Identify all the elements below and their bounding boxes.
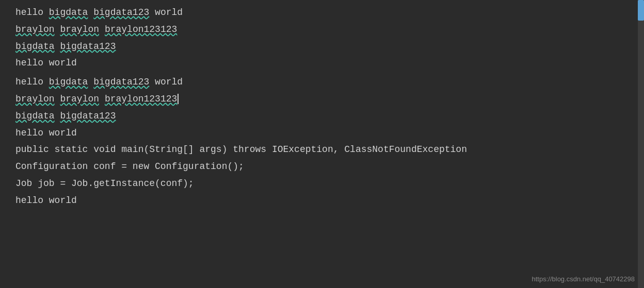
plain-text bbox=[88, 7, 93, 18]
code-line-8: bigdata bigdata123 bbox=[0, 108, 644, 125]
code-line-6: hello bigdata bigdata123 world bbox=[0, 74, 644, 91]
code-editor: hello bigdata bigdata123 worldbraylon br… bbox=[0, 0, 644, 213]
code-line-11: Configuration conf = new Configuration()… bbox=[0, 158, 644, 175]
plain-text: public static void main(String[] args) t… bbox=[15, 144, 467, 155]
plain-text bbox=[55, 111, 60, 121]
plain-text bbox=[99, 24, 105, 35]
spellcheck-word: bigdata123 bbox=[60, 41, 116, 52]
text-cursor bbox=[178, 94, 179, 104]
spellcheck-word: bigdata123 bbox=[60, 111, 116, 121]
plain-text: hello bbox=[15, 77, 49, 87]
plain-text: hello world bbox=[15, 195, 77, 206]
code-line-3: bigdata bigdata123 bbox=[0, 38, 644, 55]
plain-text bbox=[55, 41, 60, 52]
plain-text: hello bbox=[15, 7, 49, 18]
plain-text bbox=[99, 94, 105, 104]
spellcheck-word: braylon bbox=[60, 94, 99, 104]
plain-text: world bbox=[149, 7, 183, 18]
spellcheck-word: bigdata123 bbox=[93, 7, 149, 18]
spellcheck-word: braylon123123 bbox=[105, 24, 177, 35]
spellcheck-word: bigdata bbox=[49, 7, 88, 18]
spellcheck-word: bigdata bbox=[15, 41, 55, 52]
code-line-2: braylon braylon braylon123123 bbox=[0, 21, 644, 38]
code-line-9: hello world bbox=[0, 125, 644, 142]
code-line-13: hello world bbox=[0, 192, 644, 209]
plain-text: Job job = Job.getInstance(conf); bbox=[15, 178, 194, 189]
plain-text bbox=[55, 94, 60, 104]
spellcheck-word: braylon bbox=[60, 24, 99, 35]
watermark: https://blog.csdn.net/qq_40742298 bbox=[532, 275, 635, 283]
code-line-4: hello world bbox=[0, 55, 644, 72]
plain-text: world bbox=[149, 77, 183, 87]
scrollbar-track[interactable] bbox=[638, 0, 644, 288]
plain-text: hello world bbox=[15, 58, 77, 68]
plain-text: Configuration conf = new Configuration()… bbox=[15, 161, 244, 172]
spellcheck-word: bigdata bbox=[15, 111, 55, 121]
spellcheck-word: bigdata123 bbox=[93, 77, 149, 87]
code-line-12: Job job = Job.getInstance(conf); bbox=[0, 175, 644, 192]
code-line-7: braylon braylon braylon123123 bbox=[0, 91, 644, 108]
scrollbar-thumb[interactable] bbox=[638, 0, 644, 21]
spellcheck-word: braylon123123 bbox=[105, 94, 177, 104]
spellcheck-word: braylon bbox=[15, 24, 55, 35]
plain-text bbox=[88, 77, 93, 87]
spellcheck-word: braylon bbox=[15, 94, 55, 104]
plain-text: hello world bbox=[15, 128, 77, 138]
spellcheck-word: bigdata bbox=[49, 77, 88, 87]
plain-text bbox=[55, 24, 60, 35]
code-line-1: hello bigdata bigdata123 world bbox=[0, 4, 644, 21]
code-line-10: public static void main(String[] args) t… bbox=[0, 141, 644, 158]
